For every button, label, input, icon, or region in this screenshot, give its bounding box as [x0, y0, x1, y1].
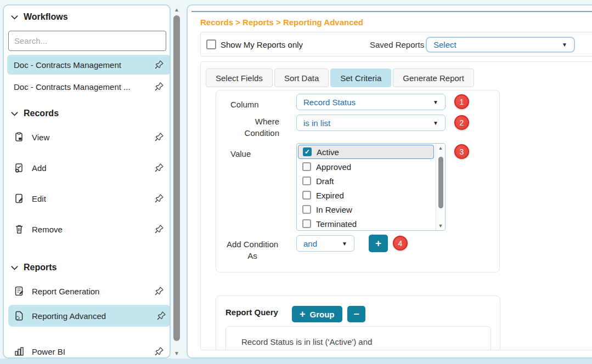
scroll-down-icon[interactable]: ▼ [436, 223, 445, 229]
scrollbar-thumb[interactable] [438, 157, 443, 208]
caret-down-icon: ▼ [562, 42, 567, 48]
divider [191, 11, 592, 12]
column-value: Record Status [303, 98, 356, 107]
tab-bar: Select Fields Sort Data Set Criteria Gen… [206, 69, 474, 87]
scrollbar-thumb[interactable] [173, 15, 180, 341]
add-record-icon [14, 162, 25, 173]
show-my-reports-label: Show My Reports only [221, 32, 303, 57]
workflow-item-doc-contracts-management-2[interactable]: Doc - Contracts Management ... [7, 77, 171, 96]
saved-reports-select[interactable]: Select ▼ [426, 37, 575, 53]
checkbox-unchecked[interactable] [302, 191, 311, 200]
checkbox-unchecked[interactable] [302, 162, 311, 171]
column-select[interactable]: Record Status ▼ [296, 94, 446, 110]
value-listbox[interactable]: ✓ Active Approved Draft Expired In [296, 143, 446, 231]
checkbox-unchecked[interactable] [302, 205, 311, 214]
report-query-label: Report Query [225, 308, 278, 317]
sidebar-item-label: Report Generation [32, 287, 99, 296]
sidebar-item-add[interactable]: Add [10, 160, 168, 176]
pin-icon[interactable] [154, 346, 164, 356]
value-option-in-review[interactable]: In Review [298, 202, 434, 217]
sidebar-item-label: Remove [32, 225, 63, 234]
sidebar-item-label: Power BI [32, 347, 65, 356]
pin-icon[interactable] [154, 60, 164, 70]
caret-down-icon: ▼ [433, 120, 438, 126]
pin-icon[interactable] [154, 132, 164, 142]
value-option-expired[interactable]: Expired [298, 188, 434, 202]
trash-icon [14, 224, 25, 235]
add-condition-select[interactable]: and ▼ [296, 235, 354, 252]
bar-chart-icon [14, 346, 25, 357]
scroll-up-icon[interactable]: ▲ [172, 7, 182, 13]
where-condition-select[interactable]: is in list ▼ [296, 115, 446, 131]
workflow-item-label: Doc - Contracts Management [14, 60, 121, 70]
workflows-section-header[interactable]: Workflows [10, 12, 68, 22]
minus-icon: − [353, 309, 359, 320]
query-expression-box: Record Status is in list ('Active') and [225, 326, 491, 350]
add-group-label: Group [310, 310, 335, 319]
report-builder-container: Select Fields Sort Data Set Criteria Gen… [200, 61, 592, 350]
show-my-reports-checkbox[interactable] [206, 39, 216, 49]
checkbox-unchecked[interactable] [302, 177, 311, 185]
workflows-section-title: Workflows [24, 12, 68, 22]
checkbox-checked[interactable]: ✓ [303, 147, 312, 156]
criteria-panel: Column Record Status ▼ 1 Where Condition… [216, 90, 500, 272]
pin-icon[interactable] [154, 82, 164, 92]
sidebar-item-label: Edit [32, 194, 46, 203]
step-badge-3: 3 [454, 144, 469, 159]
tab-generate-report[interactable]: Generate Report [393, 69, 474, 87]
report-controls-bar: Show My Reports only Saved Reports Selec… [200, 32, 592, 56]
plus-icon: + [375, 237, 381, 249]
remove-group-button[interactable]: − [347, 306, 365, 322]
step-badge-4: 4 [393, 236, 408, 251]
step-badge-2: 2 [454, 115, 469, 130]
workflow-item-label: Doc - Contracts Management ... [14, 82, 131, 92]
sidebar-item-label: Add [32, 163, 47, 173]
value-option-terminated[interactable]: Terminated [298, 217, 434, 231]
saved-reports-label: Saved Reports [370, 32, 424, 57]
sidebar-item-view[interactable]: View [10, 129, 168, 145]
sidebar-item-remove[interactable]: Remove [10, 221, 168, 237]
step-badge-1: 1 [454, 94, 469, 109]
tab-select-fields[interactable]: Select Fields [206, 69, 273, 87]
caret-down-icon: ▼ [342, 241, 347, 247]
scroll-up-icon[interactable]: ▲ [436, 145, 445, 151]
tab-set-criteria[interactable]: Set Criteria [330, 69, 391, 87]
add-group-button[interactable]: + Group [292, 306, 342, 322]
tab-sort-data[interactable]: Sort Data [274, 69, 329, 87]
listbox-scrollbar[interactable]: ▲ ▼ [436, 144, 445, 230]
reports-section-header[interactable]: Reports [10, 263, 57, 272]
pin-icon[interactable] [154, 224, 164, 234]
workflow-item-doc-contracts-management[interactable]: Doc - Contracts Management [7, 55, 171, 75]
pin-icon[interactable] [154, 163, 164, 173]
chevron-down-icon [10, 13, 19, 21]
sidebar-item-power-bi[interactable]: Power BI [10, 343, 168, 359]
reporting-advanced-icon [14, 310, 25, 321]
value-option-approved[interactable]: Approved [298, 160, 434, 174]
value-option-active[interactable]: ✓ Active [298, 145, 434, 159]
pin-icon[interactable] [154, 286, 164, 296]
add-condition-button[interactable]: + [369, 235, 388, 252]
sidebar-scrollbar[interactable]: ▲ ▼ [172, 4, 182, 359]
plus-icon: + [300, 309, 306, 320]
records-section-header[interactable]: Records [10, 109, 59, 118]
where-condition-value: is in list [303, 118, 330, 128]
page-background-strip [0, 359, 592, 364]
checkbox-unchecked[interactable] [302, 219, 311, 228]
sidebar-item-report-generation[interactable]: Report Generation [10, 283, 168, 299]
value-option-draft[interactable]: Draft [298, 174, 434, 188]
scroll-down-icon[interactable]: ▼ [172, 350, 182, 356]
main-panel: Records > Reports > Reporting Advanced S… [187, 4, 592, 359]
reports-section-title: Reports [24, 263, 57, 272]
sidebar-item-edit[interactable]: Edit [10, 190, 168, 207]
where-condition-label: Where Condition [230, 116, 279, 139]
search-input[interactable] [8, 31, 166, 51]
view-record-icon [14, 132, 25, 143]
value-label: Value [230, 148, 251, 160]
edit-record-icon [14, 193, 25, 204]
pin-icon[interactable] [156, 311, 166, 321]
pin-icon[interactable] [154, 194, 164, 203]
sidebar-item-reporting-advanced[interactable]: Reporting Advanced [8, 305, 171, 327]
add-condition-value: and [303, 239, 317, 248]
add-condition-label: Add Condition As [225, 238, 279, 261]
sidebar: Workflows Doc - Contracts Management Doc… [3, 4, 171, 359]
